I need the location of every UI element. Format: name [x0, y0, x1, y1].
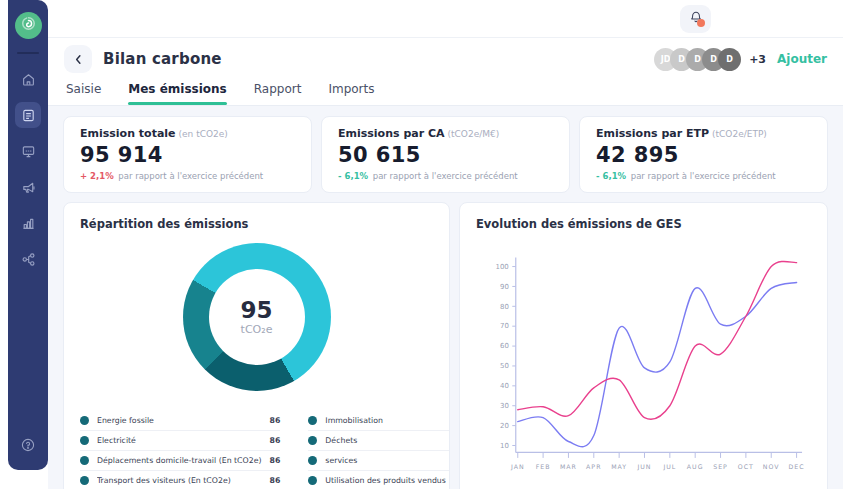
legend-dot-icon [80, 456, 89, 465]
page-header: Bilan carbone JDDDDD +3 Ajouter SaisieMe… [48, 38, 843, 106]
topbar [48, 0, 843, 38]
stat-note: - 6,1% par rapport à l'exercice précéden… [338, 171, 553, 181]
legend-label: Energie fossile [97, 416, 262, 425]
y-tick-label: 70 [500, 322, 509, 330]
legend-dot-icon [80, 476, 89, 485]
notifications-button[interactable] [680, 5, 711, 33]
stat-unit: (tCO2e/M€) [448, 129, 500, 139]
legend-item-immobilisation: Immobilisation86 [308, 411, 450, 431]
stat-delta: - 6,1% [338, 171, 368, 181]
tab-rapport[interactable]: Rapport [254, 82, 302, 105]
help-icon [20, 437, 36, 453]
series-line-1 [518, 282, 797, 446]
avatar-overflow-count[interactable]: +3 [749, 53, 766, 66]
y-tick-label: 20 [500, 422, 509, 430]
legend-dot-icon [308, 476, 317, 485]
stat-title: Emission totale(en tCO2e) [80, 127, 295, 140]
sidebar-item-home[interactable] [15, 66, 41, 92]
sidebar-item-analytics[interactable] [15, 210, 41, 236]
stat-card-emissions-par-ca: Emissions par CA(tCO2e/M€)50 615- 6,1% p… [321, 116, 570, 193]
stat-note: + 2,1% par rapport à l'exercice précéden… [80, 171, 295, 181]
stat-delta: + 2,1% [80, 171, 114, 181]
sidebar-item-megaphone[interactable] [15, 174, 41, 200]
sidebar-item-monitor[interactable] [15, 138, 41, 164]
legend-value: 86 [270, 456, 281, 465]
legend-dot-icon [80, 436, 89, 445]
stat-note: - 6,1% par rapport à l'exercice précéden… [596, 171, 811, 181]
sidebar-item-report[interactable] [15, 102, 41, 128]
x-tick-label: SEP [713, 463, 728, 470]
legend-item-services: services86 [308, 451, 450, 471]
main-area: Bilan carbone JDDDDD +3 Ajouter SaisieMe… [48, 0, 843, 489]
stats-row: Emission totale(en tCO2e)95 914+ 2,1% pa… [63, 116, 828, 193]
monitor-icon [21, 144, 36, 159]
legend-dot-icon [80, 416, 89, 425]
y-tick-label: 50 [500, 362, 509, 370]
report-icon [21, 108, 36, 123]
chevron-left-icon [73, 50, 84, 69]
sidebar-item-help[interactable] [15, 432, 41, 458]
legend-item-d-placements-domicile-travail-en-tco2e: Déplacements domicile-travail (En tCO2e)… [80, 451, 280, 471]
stat-unit: (en tCO2e) [179, 129, 228, 139]
y-tick-label: 60 [500, 342, 509, 350]
stat-value: 42 895 [596, 143, 811, 167]
legend-item-transport-des-visiteurs-en-tco2e: Transport des visiteurs (En tCO2e)86 [80, 471, 280, 489]
legend-dot-icon [308, 436, 317, 445]
emissions-breakdown-card: Répartition des émissions 95 tCO₂e Energ… [63, 202, 450, 489]
donut-center-unit: tCO₂e [241, 323, 273, 336]
legend-item-energie-fossile: Energie fossile86 [80, 411, 280, 431]
legend-item-utilisation-des-produits-vendus: Utilisation des produits vendus86 [308, 471, 450, 489]
legend-label: Immobilisation [325, 416, 446, 425]
add-member-link[interactable]: Ajouter [777, 52, 827, 66]
legend-label: Utilisation des produits vendus [325, 476, 446, 485]
legend-column: Energie fossile86Electricité86Déplacemen… [80, 411, 280, 489]
stat-value: 50 615 [338, 143, 553, 167]
avatar[interactable]: D [718, 48, 741, 71]
x-tick-label: NOV [763, 463, 780, 470]
donut-legend: Energie fossile86Electricité86Déplacemen… [80, 411, 433, 489]
stat-card-emissions-par-etp: Emissions par ETP(tCO2e/ETP)42 895- 6,1%… [579, 116, 828, 193]
charts-row: Répartition des émissions 95 tCO₂e Energ… [63, 202, 828, 489]
y-tick-label: 30 [500, 402, 509, 410]
legend-dot-icon [308, 456, 317, 465]
content: Emission totale(en tCO2e)95 914+ 2,1% pa… [48, 106, 843, 489]
legend-value: 86 [270, 436, 281, 445]
back-button[interactable] [64, 45, 92, 73]
donut-chart: 95 tCO₂e [183, 243, 331, 391]
y-tick-label: 10 [500, 442, 509, 450]
tab-imports[interactable]: Imports [328, 82, 374, 105]
legend-value: 86 [270, 476, 281, 485]
app-logo[interactable] [15, 12, 42, 39]
sidebar-divider [17, 52, 39, 54]
stat-value: 95 914 [80, 143, 295, 167]
x-tick-label: DEC [789, 463, 805, 470]
app-screen: Bilan carbone JDDDDD +3 Ajouter SaisieMe… [0, 0, 843, 489]
legend-label: services [325, 456, 446, 465]
sidebar-item-organisation[interactable] [15, 246, 41, 272]
tab-mes-missions[interactable]: Mes émissions [128, 82, 226, 105]
ges-evolution-card: Evolution des émissions de GES 100908070… [459, 202, 828, 489]
bar-chart-icon [21, 216, 36, 231]
y-tick-label: 90 [500, 283, 509, 291]
x-tick-label: MAY [611, 463, 627, 470]
page-title: Bilan carbone [103, 50, 222, 68]
x-tick-label: JAN [510, 463, 525, 471]
x-tick-label: JUN [636, 463, 651, 471]
legend-value: 86 [270, 416, 281, 425]
legend-item-d-chets: Déchets86 [308, 431, 450, 451]
legend-dot-icon [308, 416, 317, 425]
donut-center: 95 tCO₂e [209, 269, 305, 365]
stat-title: Emissions par CA(tCO2e/M€) [338, 127, 553, 140]
x-tick-label: MAR [560, 463, 577, 470]
legend-item-electricit: Electricité86 [80, 431, 280, 451]
line-chart-title: Evolution des émissions de GES [476, 217, 811, 231]
stat-delta: - 6,1% [596, 171, 626, 181]
line-chart: 100908070605040302010JANFEBMARAPRMAYJUNJ… [476, 239, 811, 481]
tab-saisie[interactable]: Saisie [66, 82, 101, 105]
stat-title: Emissions par ETP(tCO2e/ETP) [596, 127, 811, 140]
x-tick-label: APR [586, 463, 601, 470]
legend-label: Déchets [325, 436, 446, 445]
notification-dot [697, 19, 705, 27]
home-icon [21, 72, 36, 87]
x-tick-label: FEB [536, 463, 551, 470]
